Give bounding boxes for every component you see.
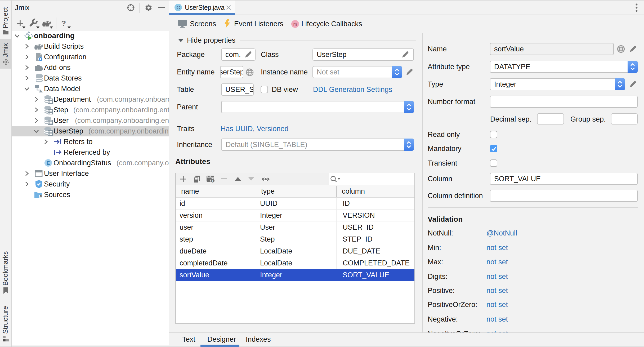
svg-text:m: m (293, 22, 297, 27)
svg-text:E: E (47, 160, 50, 166)
svg-text:C: C (177, 5, 180, 10)
